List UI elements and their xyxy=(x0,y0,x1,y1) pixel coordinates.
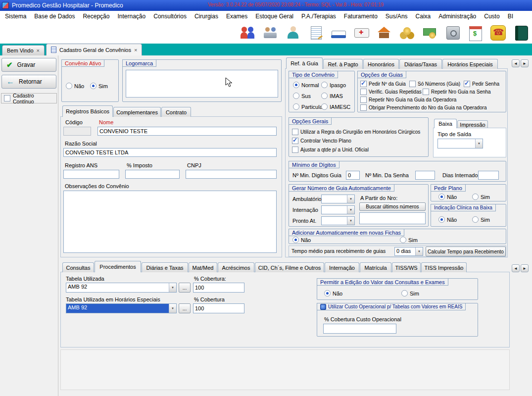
menu-sus-ans[interactable]: Sus/Ans xyxy=(382,13,412,20)
tab-tiss-impressao[interactable]: TISS Impressão xyxy=(421,262,467,272)
tab-complementares[interactable]: Complementares xyxy=(113,107,161,117)
market-icon[interactable] xyxy=(375,23,393,42)
tab-horarios-especiais[interactable]: Horários Especiais xyxy=(442,59,498,69)
tab-scroll-left-icon[interactable]: ◄ xyxy=(512,59,520,67)
menu-estoque-geral[interactable]: Estoque Geral xyxy=(251,13,297,20)
hospital-bed-icon[interactable] xyxy=(329,23,348,42)
tab-scroll-right-icon[interactable]: ► xyxy=(521,59,529,67)
adicionar-nao-radio[interactable]: Não xyxy=(292,237,311,243)
pedir-plano-nao-radio[interactable]: Não xyxy=(438,194,457,200)
menu-bi[interactable]: BI xyxy=(504,13,517,20)
tab-consultas[interactable]: Consultas xyxy=(62,262,94,272)
menu-consultorios[interactable]: Consultórios xyxy=(149,13,191,20)
tabela-horarios-especiais-combo[interactable]: AMB 92 xyxy=(66,303,177,313)
internacao-combo[interactable] xyxy=(321,205,355,214)
menu-faturamento[interactable]: Faturamento xyxy=(340,13,382,20)
regra-cirurgiao-checkbox[interactable]: Utilizar a Regra do Cirurgião em Honorár… xyxy=(292,129,420,135)
registro-ans-input[interactable] xyxy=(63,170,119,179)
menu-base-de-dados[interactable]: Base de Dados xyxy=(30,13,79,20)
tipo-saida-combo[interactable] xyxy=(437,139,483,148)
tipo-particular-radio[interactable]: Particular xyxy=(293,103,324,110)
nome-input[interactable] xyxy=(97,127,277,136)
tab-honorarios[interactable]: Honorários xyxy=(363,59,399,69)
tab-contrato[interactable]: Contrato xyxy=(161,107,191,117)
calcular-tempo-button[interactable]: Calcular Tempo para Recebimento xyxy=(426,247,506,256)
ambulance-icon[interactable] xyxy=(352,23,371,42)
cnpj-input[interactable] xyxy=(186,170,277,179)
tab-ref-a-guia[interactable]: Ref. à Guia xyxy=(286,57,323,69)
retornar-button[interactable]: Retornar xyxy=(1,75,56,89)
reception-icon[interactable] xyxy=(261,23,280,42)
menu-pa-terapias[interactable]: P.A./Terapias xyxy=(297,13,340,20)
controlar-vencto-plano-checkbox[interactable]: Controlar Vencto Plano xyxy=(292,138,351,144)
menu-internacao[interactable]: Internação xyxy=(113,13,149,20)
schedule-money-icon[interactable] xyxy=(466,23,484,42)
tipo-ipasgo-radio[interactable]: Ipasgo xyxy=(321,82,346,88)
pronto-at-combo[interactable] xyxy=(321,216,355,225)
tab-ref-a-pagto[interactable]: Ref. à Pagto xyxy=(323,59,363,69)
gravar-button[interactable]: Gravar xyxy=(1,58,56,72)
tab-tiss-ws[interactable]: TISS/WS xyxy=(392,262,421,272)
menu-cirurgias[interactable]: Cirurgias xyxy=(191,13,222,20)
tab-procedimentos[interactable]: Procedimentos xyxy=(95,261,141,272)
tab-acrescimos[interactable]: Acréscimos xyxy=(218,262,254,272)
cobertura-esp-input[interactable] xyxy=(193,303,244,313)
adicionar-sim-radio[interactable]: Sim xyxy=(400,237,418,243)
close-icon[interactable]: × xyxy=(134,48,137,52)
tabela-utilizada-combo[interactable]: AMB 92 xyxy=(66,283,177,293)
tab-cadastro-geral-convenios[interactable]: Cadastro Geral de Convênios × xyxy=(46,44,142,55)
a-partir-input[interactable] xyxy=(359,212,426,224)
ambulatorio-combo[interactable] xyxy=(321,195,355,203)
tabela-esp-more-button[interactable]: ... xyxy=(179,303,191,313)
custo-operacional-icon[interactable] xyxy=(320,304,326,310)
convenio-ativo-sim-radio[interactable]: Sim xyxy=(90,83,108,89)
tabela-more-button[interactable]: ... xyxy=(179,283,191,293)
repetir-nro-guia-senha-checkbox[interactable]: Repetir Nro Guia na Senha xyxy=(423,89,491,95)
indicacao-sim-radio[interactable]: Sim xyxy=(472,216,490,223)
tab-impressao[interactable]: Impressão xyxy=(457,120,488,128)
coins-icon[interactable] xyxy=(397,23,416,42)
convenio-ativo-nao-radio[interactable]: Não xyxy=(66,83,84,89)
menu-sistema[interactable]: Sistema xyxy=(1,13,30,20)
min-senha-input[interactable] xyxy=(415,171,435,180)
so-numeros-guia-checkbox[interactable]: Só Números (Guia) xyxy=(409,81,460,87)
tab-matricula[interactable]: Matrícula xyxy=(360,262,391,272)
indicacao-nao-radio[interactable]: Não xyxy=(438,216,457,223)
users-icon[interactable] xyxy=(238,23,257,42)
bottom-tab-scroll-right-icon[interactable]: ► xyxy=(521,264,529,272)
documents-icon[interactable] xyxy=(306,23,325,42)
imposto-input[interactable] xyxy=(125,170,180,179)
menu-custo[interactable]: Custo xyxy=(480,13,503,20)
permitir-nao-radio[interactable]: Não xyxy=(324,290,342,297)
pedir-senha-checkbox[interactable]: Pedir Senha xyxy=(464,81,499,87)
min-digitos-guia-input[interactable] xyxy=(346,171,360,180)
repetir-nro-guia-operadora-checkbox[interactable]: Repetir Nro Guia na Guia da Operadora xyxy=(360,97,456,103)
buscar-ultimos-numeros-button[interactable]: Buscar últimos números xyxy=(359,202,426,211)
tipo-iamesc-radio[interactable]: IAMESC xyxy=(321,103,350,110)
tab-baixa[interactable]: Baixa xyxy=(434,119,457,128)
bottom-tab-scroll-left-icon[interactable]: ◄ xyxy=(512,264,520,272)
money-icon[interactable] xyxy=(420,23,439,42)
close-icon[interactable]: × xyxy=(37,48,40,53)
cobertura-custo-input[interactable] xyxy=(323,324,396,334)
tab-internacao-bottom[interactable]: Internação xyxy=(325,262,359,272)
verific-guias-repetidas-checkbox[interactable]: Verific. Guias Repetidas xyxy=(360,89,422,95)
pedir-plano-sim-radio[interactable]: Sim xyxy=(472,194,490,200)
tempo-medio-combo[interactable]: 0 dias xyxy=(394,247,423,256)
dias-internado-input[interactable] xyxy=(478,171,499,180)
tab-registros-basicos[interactable]: Registros Básicos xyxy=(62,105,113,117)
menu-caixa[interactable]: Caixa xyxy=(412,13,435,20)
menu-exames[interactable]: Exames xyxy=(222,13,251,20)
safe-icon[interactable] xyxy=(443,23,462,42)
logomarca-image-area[interactable] xyxy=(126,70,278,98)
obrigar-preenchimento-checkbox[interactable]: Obrigar Preenchimento do Nro da Guia na … xyxy=(360,104,486,111)
observacoes-textarea[interactable] xyxy=(63,191,277,253)
menu-recepcao[interactable]: Recepção xyxy=(79,13,113,20)
permitir-sim-radio[interactable]: Sim xyxy=(401,290,419,297)
tab-mat-med[interactable]: Mat/Med xyxy=(189,262,217,272)
book-icon[interactable] xyxy=(511,23,530,42)
phone-icon[interactable] xyxy=(488,23,507,42)
razao-social-input[interactable] xyxy=(63,148,277,157)
pedir-numero-guia-checkbox[interactable]: Pedir Nº da Guia xyxy=(360,81,406,87)
doctor-icon[interactable] xyxy=(284,23,302,42)
